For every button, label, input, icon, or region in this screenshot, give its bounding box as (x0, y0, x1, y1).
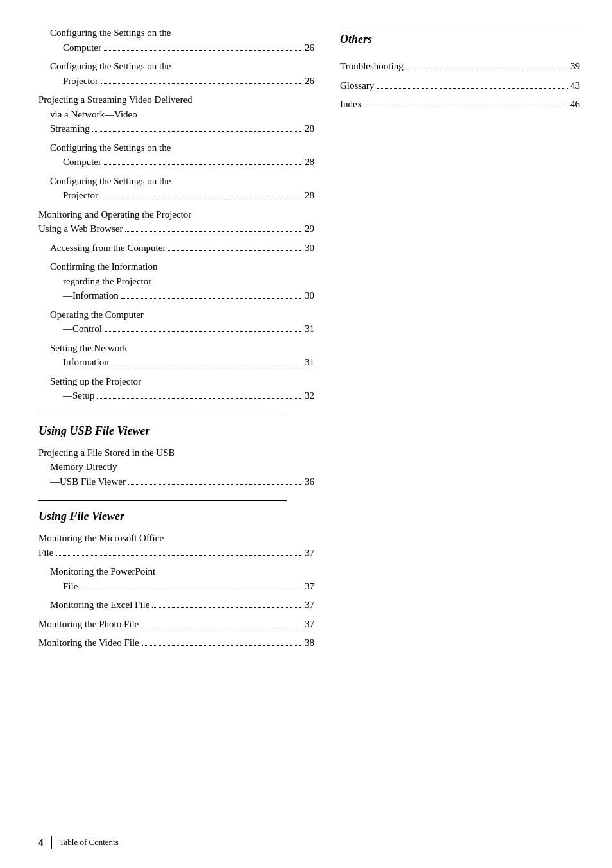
entry-text: —Information (63, 288, 119, 303)
entry-text: Setting up the Projector (50, 374, 141, 389)
section-divider (38, 415, 287, 415)
dot-leader (121, 298, 302, 299)
entry-text: regarding the Projector (63, 274, 151, 289)
page-number-ref: 26 (305, 40, 314, 55)
list-item: Projecting a Streaming Video Delivered v… (38, 92, 314, 136)
list-item: Index 46 (340, 97, 580, 112)
entry-text: File (38, 546, 53, 560)
entry-text: Accessing from the Computer (50, 241, 166, 256)
page-number-ref: 31 (305, 355, 314, 370)
dot-leader (101, 198, 302, 198)
dot-leader (377, 88, 568, 89)
others-divider (340, 26, 580, 26)
entry-text: Operating the Computer (50, 308, 144, 322)
page-number-ref: 32 (305, 388, 314, 403)
dot-leader (168, 250, 302, 251)
list-item: Monitoring the Photo File 37 (38, 617, 314, 632)
entry-text: File (63, 579, 78, 594)
dot-leader (105, 331, 302, 332)
dot-leader (125, 231, 302, 232)
entry-text: Configuring the Settings on the (50, 26, 171, 40)
list-item: Monitoring the Excel File 37 (38, 598, 314, 612)
entry-text: —USB File Viewer (50, 474, 126, 489)
page-footer: 4 Table of Contents (38, 836, 119, 849)
list-item: Glossary 43 (340, 78, 580, 93)
entry-text: Troubleshooting (340, 59, 404, 74)
entry-text: Using a Web Browser (38, 221, 123, 236)
list-item: Operating the Computer —Control 31 (38, 308, 314, 336)
section-title-usb: Using USB File Viewer (38, 424, 314, 438)
page-number-ref: 36 (305, 474, 314, 489)
list-item: Monitoring the Video File 38 (38, 636, 314, 650)
left-column: Configuring the Settings on the Computer… (38, 26, 314, 829)
page-number-ref: 37 (305, 598, 314, 612)
entry-text: Projecting a Streaming Video Delivered (38, 92, 192, 107)
page: Configuring the Settings on the Computer… (0, 0, 612, 868)
entry-text: Projector (63, 74, 98, 89)
dot-leader (80, 589, 302, 589)
dot-leader (406, 69, 568, 69)
entry-text: Memory Directly (50, 460, 117, 474)
right-column: Others Troubleshooting 39 Glossary 43 In… (340, 26, 580, 829)
entry-text: Projector (63, 188, 98, 203)
list-item: Confirming the Information regarding the… (38, 259, 314, 303)
section-divider (38, 500, 287, 501)
dot-leader (152, 607, 302, 608)
page-number-ref: 31 (305, 322, 314, 336)
dot-leader (92, 131, 302, 132)
entry-text: via a Network—Video (50, 107, 137, 122)
entry-text: Monitoring the Excel File (50, 598, 149, 612)
page-number-ref: 39 (570, 59, 580, 74)
dot-leader (56, 555, 302, 556)
entry-text: Projecting a File Stored in the USB (38, 446, 174, 460)
page-number-ref: 29 (305, 221, 314, 236)
footer-divider (51, 836, 52, 849)
dot-leader (142, 645, 302, 646)
list-item: Monitoring the Microsoft Office File 37 (38, 531, 314, 560)
page-number-ref: 37 (305, 579, 314, 594)
list-item: Troubleshooting 39 (340, 59, 580, 74)
page-number-ref: 30 (305, 241, 314, 256)
list-item: Projecting a File Stored in the USB Memo… (38, 446, 314, 489)
entry-text: Configuring the Settings on the (50, 59, 171, 74)
list-item: Monitoring and Operating the Projector U… (38, 207, 314, 236)
entry-text: Confirming the Information (50, 259, 157, 274)
dot-leader (104, 50, 302, 51)
entry-text: Streaming (50, 121, 90, 136)
list-item: Setting up the Projector —Setup 32 (38, 374, 314, 403)
entry-text: Computer (63, 40, 101, 55)
list-item: Monitoring the PowerPoint File 37 (38, 564, 314, 593)
list-item: Setting the Network Information 31 (38, 341, 314, 370)
footer-page-number: 4 (38, 837, 44, 848)
page-number-ref: 26 (305, 74, 314, 89)
entry-text: Monitoring and Operating the Projector (38, 207, 191, 222)
entry-text: Computer (63, 155, 101, 169)
entry-text: —Setup (63, 388, 94, 403)
entry-text: —Control (63, 322, 102, 336)
page-number-ref: 37 (305, 617, 314, 632)
entry-text: Index (340, 97, 362, 112)
page-number-ref: 46 (570, 97, 580, 112)
list-item: Configuring the Settings on the Computer… (38, 26, 314, 55)
list-item: Configuring the Settings on the Computer… (38, 141, 314, 169)
entry-text: Information (63, 355, 109, 370)
entry-text: Monitoring the Microsoft Office (38, 531, 164, 546)
dot-leader (112, 365, 302, 365)
list-item: Accessing from the Computer 30 (38, 241, 314, 256)
dot-leader (364, 107, 568, 107)
entry-text: Monitoring the Video File (38, 636, 139, 650)
entry-text: Configuring the Settings on the (50, 141, 171, 155)
dot-leader (141, 627, 302, 627)
dot-leader (97, 398, 302, 399)
page-number-ref: 43 (570, 78, 580, 93)
list-item: Configuring the Settings on the Projecto… (38, 174, 314, 203)
dot-leader (104, 164, 302, 165)
page-number-ref: 38 (305, 636, 314, 650)
dot-leader (101, 83, 302, 84)
footer-label: Table of Contents (60, 837, 119, 847)
section-title-others: Others (340, 33, 580, 46)
dot-leader (128, 484, 302, 485)
page-number-ref: 30 (305, 288, 314, 303)
entry-text: Configuring the Settings on the (50, 174, 171, 189)
list-item: Configuring the Settings on the Projecto… (38, 59, 314, 88)
